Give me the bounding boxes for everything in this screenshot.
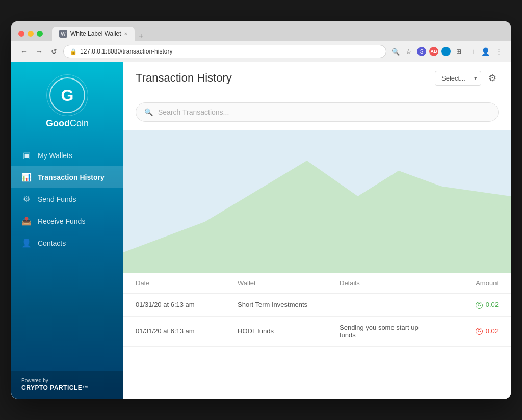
sidebar-item-my-wallets[interactable]: ▣ My Wallets <box>11 144 123 166</box>
back-button[interactable]: ← <box>18 46 30 57</box>
menu-icon[interactable]: ⋮ <box>493 46 504 57</box>
browser-window: W White Label Wallet × + ← → ↺ 🔒 127.0.0… <box>11 21 511 399</box>
sidebar-item-transaction-history[interactable]: 📊 Transaction History <box>11 166 123 188</box>
powered-by-name: CRYPTO PARTICLE™ <box>21 384 113 391</box>
col-amount: Amount <box>427 279 499 287</box>
sidebar: G GoodCoin ▣ My Wallets 📊 Transaction Hi… <box>11 62 123 399</box>
sidebar-label-send-funds: Send Funds <box>38 195 76 203</box>
header-controls: Select... ⚙ <box>435 70 499 86</box>
row2-date: 01/31/20 at 6:13 am <box>136 327 238 335</box>
lock-icon: 🔒 <box>70 48 77 55</box>
receive-icon: 📥 <box>21 216 32 226</box>
browser-toolbar: ← → ↺ 🔒 127.0.0.1:8080/transaction-histo… <box>11 41 511 62</box>
app-content: G GoodCoin ▣ My Wallets 📊 Transaction Hi… <box>11 62 511 399</box>
traffic-lights <box>18 31 43 37</box>
sidebar-item-send-funds[interactable]: ⚙ Send Funds <box>11 188 123 210</box>
powered-by-label: Powered by <box>21 378 113 383</box>
brand-bold: Good <box>46 118 70 128</box>
forward-button[interactable]: → <box>34 46 45 57</box>
shield-icon[interactable]: S <box>417 47 426 56</box>
search-icon: 🔍 <box>144 108 153 116</box>
row1-amount-value: 0.02 <box>486 301 499 308</box>
chart-svg <box>123 130 511 273</box>
tab-favicon: W <box>59 30 67 38</box>
settings-button[interactable]: ⚙ <box>486 70 499 86</box>
sidebar-item-contacts[interactable]: 👤 Contacts <box>11 232 123 254</box>
send-icon: ⚙ <box>21 194 32 204</box>
url-bar[interactable]: 🔒 127.0.0.1:8080/transaction-history <box>63 45 386 58</box>
circle-icon[interactable] <box>441 47 451 56</box>
tab-title: White Label Wallet <box>70 30 121 37</box>
filter-select[interactable]: Select... <box>435 71 481 86</box>
powered-by: Powered by CRYPTO PARTICLE™ <box>11 371 123 399</box>
chart-area <box>123 130 511 273</box>
row2-amount: G 0.02 <box>427 327 499 335</box>
grid-icon[interactable]: ⊞ <box>454 46 464 57</box>
row2-wallet: HODL funds <box>238 327 340 335</box>
search-input[interactable] <box>158 108 490 116</box>
col-details: Details <box>340 279 427 287</box>
page-header: Transaction History Select... ⚙ <box>123 62 511 94</box>
bookmark-icon[interactable]: ☆ <box>404 46 414 57</box>
brand-light: Coin <box>70 118 89 128</box>
sidebar-label-receive-funds: Receive Funds <box>38 217 85 225</box>
url-text: 127.0.0.1:8080/transaction-history <box>80 48 380 55</box>
logo-letter: G <box>61 86 74 105</box>
sidebar-item-receive-funds[interactable]: 📥 Receive Funds <box>11 210 123 232</box>
table-row: 01/31/20 at 6:13 am HODL funds Sending y… <box>123 317 511 347</box>
sidebar-label-contacts: Contacts <box>38 239 66 247</box>
tab-close-button[interactable]: × <box>124 31 127 37</box>
goodcoin-symbol: G <box>476 302 483 309</box>
account-icon[interactable]: 👤 <box>480 46 490 57</box>
active-tab[interactable]: W White Label Wallet × <box>52 27 135 41</box>
search-area: 🔍 <box>123 94 511 130</box>
select-wrapper[interactable]: Select... <box>435 71 481 86</box>
nav-items: ▣ My Wallets 📊 Transaction History ⚙ Sen… <box>11 139 123 371</box>
col-date: Date <box>136 279 238 287</box>
contacts-icon: 👤 <box>21 238 32 248</box>
row2-amount-value: 0.02 <box>486 327 499 335</box>
row2-details: Sending you some start up funds <box>340 324 427 339</box>
equalizer-icon[interactable]: ⫼ <box>467 46 477 57</box>
table-row: 01/31/20 at 6:13 am Short Term Investmen… <box>123 294 511 317</box>
search-toolbar-icon[interactable]: 🔍 <box>390 46 401 57</box>
col-wallet: Wallet <box>238 279 340 287</box>
maximize-button[interactable] <box>37 31 43 37</box>
minimize-button[interactable] <box>28 31 34 37</box>
search-box: 🔍 <box>136 102 499 122</box>
browser-titlebar: W White Label Wallet × + <box>11 21 511 41</box>
goodcoin-symbol-2: G <box>476 328 483 335</box>
table-header: Date Wallet Details Amount <box>123 273 511 294</box>
adblock-icon[interactable]: AB <box>429 47 438 56</box>
logo-circle: G <box>49 77 85 113</box>
page-title: Transaction History <box>136 71 232 85</box>
brand-name: GoodCoin <box>46 118 89 129</box>
sidebar-label-my-wallets: My Wallets <box>38 151 72 160</box>
reload-button[interactable]: ↺ <box>49 46 59 57</box>
row1-wallet: Short Term Investments <box>238 301 340 308</box>
wallet-icon: ▣ <box>21 150 32 160</box>
new-tab-button[interactable]: + <box>135 32 147 41</box>
logo-area: G GoodCoin <box>11 62 123 139</box>
toolbar-icons: 🔍 ☆ S AB ⊞ ⫼ 👤 ⋮ <box>390 46 504 57</box>
main-content: Transaction History Select... ⚙ 🔍 <box>123 62 511 399</box>
table-area: Date Wallet Details Amount 01/31/20 at 6… <box>123 273 511 399</box>
history-icon: 📊 <box>21 172 32 182</box>
tab-bar: W White Label Wallet × + <box>52 27 504 41</box>
row1-amount: G 0.02 <box>427 301 499 309</box>
row1-date: 01/31/20 at 6:13 am <box>136 301 238 308</box>
close-button[interactable] <box>18 31 24 37</box>
sidebar-label-transaction-history: Transaction History <box>38 173 105 181</box>
